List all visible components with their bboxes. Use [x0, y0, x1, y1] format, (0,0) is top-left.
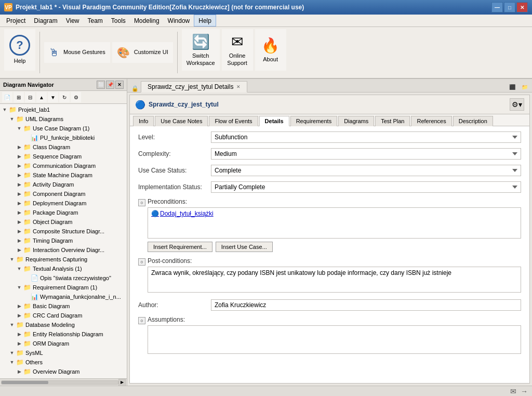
tab-top-details[interactable]: Sprawdz_czy_jest_tytul Details ✕: [141, 81, 247, 93]
tree-toggle-orm[interactable]: ▶: [16, 340, 23, 347]
sidebar-restore-btn[interactable]: ⬜: [97, 81, 105, 89]
level-select[interactable]: Subfunction Primary Secondary Support: [211, 131, 521, 143]
tree-item-orm[interactable]: ▶ 📁 ORM Diagram: [0, 339, 127, 348]
tree-toggle-basic[interactable]: ▶: [16, 302, 23, 310]
tree-item-requirements[interactable]: ▼ 📁 Requirements Capturing: [0, 255, 127, 264]
sidebar-expand-btn[interactable]: ⊞: [14, 92, 24, 102]
tree-toggle-textual[interactable]: ▼: [16, 265, 23, 272]
tree-item-component[interactable]: ▶ 📁 Component Diagram: [0, 189, 127, 199]
impl-status-select[interactable]: Partially Complete Complete Not Started: [211, 181, 521, 193]
precondition-link[interactable]: 🔵 Dodaj_tytuł_książki: [151, 210, 517, 217]
sidebar-pin-btn[interactable]: 📌: [106, 81, 114, 89]
tab-flow-of-events[interactable]: Flow of Events: [209, 116, 258, 126]
tab-test-plan[interactable]: Test Plan: [375, 116, 410, 126]
tree-item-class[interactable]: ▶ 📁 Class Diagram: [0, 142, 127, 152]
tree-toggle-sysml[interactable]: ▼: [8, 349, 16, 357]
minimize-button[interactable]: —: [491, 2, 503, 12]
sidebar-collapse-btn[interactable]: ⊟: [25, 92, 35, 102]
tree-item-entity[interactable]: ▶ 📁 Entity Relationship Diagram: [0, 329, 127, 339]
tree-item-pu[interactable]: 📊 PU_funkcje_biblioteki: [0, 133, 127, 142]
tree-item-overview[interactable]: ▶ 📁 Overview Diagram: [0, 367, 127, 376]
complexity-select[interactable]: Medium Low High: [211, 148, 521, 160]
tree-toggle-package[interactable]: ▶: [16, 209, 23, 216]
tree-toggle-reqdiagram[interactable]: ▼: [16, 284, 23, 291]
sidebar-scrollbar[interactable]: ▶: [0, 378, 127, 386]
close-button[interactable]: ✕: [516, 2, 528, 12]
tree-toggle-composite[interactable]: ▶: [16, 228, 23, 235]
tree-item-object[interactable]: ▶ 📁 Object Diagram: [0, 217, 127, 227]
insert-use-case-button[interactable]: Insert Use Case...: [216, 242, 273, 252]
tree-toggle-statemachine[interactable]: ▶: [16, 171, 23, 179]
sidebar-down-btn[interactable]: ▼: [48, 92, 58, 102]
tree-item-deployment[interactable]: ▶ 📁 Deployment Diagram: [0, 199, 127, 208]
tree-item-communication[interactable]: ▶ 📁 Communication Diagram: [0, 161, 127, 170]
menu-modeling[interactable]: Modeling: [130, 15, 164, 27]
tree-item-composite[interactable]: ▶ 📁 Composite Structure Diagr...: [0, 227, 127, 236]
tree-toggle-activity[interactable]: ▶: [16, 181, 23, 188]
status-arrow-icon[interactable]: →: [521, 387, 528, 395]
tab-diagrams[interactable]: Diagrams: [338, 116, 374, 126]
tree-item-package[interactable]: ▶ 📁 Package Diagram: [0, 208, 127, 217]
tree-toggle-deployment[interactable]: ▶: [16, 200, 23, 207]
menu-team[interactable]: Team: [84, 15, 107, 27]
tree-item-basic[interactable]: ▶ 📁 Basic Diagram: [0, 301, 127, 311]
customize-ui-button[interactable]: 🎨 Customize UI: [112, 42, 173, 63]
menu-help[interactable]: Help: [194, 15, 216, 27]
tree-toggle-crc[interactable]: ▶: [16, 312, 23, 319]
tab-references[interactable]: References: [411, 116, 451, 126]
tree-toggle-communication[interactable]: ▶: [16, 162, 23, 169]
menu-diagram[interactable]: Diagram: [30, 15, 61, 27]
mouse-gestures-button[interactable]: 🖱 Mouse Gestures: [44, 42, 110, 63]
tree-item-crc[interactable]: ▶ 📁 CRC Card Diagram: [0, 311, 127, 320]
tree-item-others[interactable]: ▼ 📁 Others: [0, 358, 127, 367]
panel-gear-button[interactable]: ⚙▾: [510, 98, 524, 111]
tab-info[interactable]: Info: [133, 116, 154, 126]
tree-toggle-others[interactable]: ▼: [8, 359, 16, 366]
tree-toggle-projekt[interactable]: ▼: [1, 106, 8, 113]
tree-item-uml[interactable]: ▼ 📁 UML Diagrams: [0, 114, 127, 124]
tree-item-timing[interactable]: ▶ 📁 Timing Diagram: [0, 236, 127, 245]
tree-item-sequence[interactable]: ▶ 📁 Sequence Diagram: [0, 152, 127, 161]
tab-requirements[interactable]: Requirements: [290, 116, 337, 126]
sidebar-settings-btn[interactable]: ⚙: [71, 92, 81, 102]
tree-item-sysml[interactable]: ▼ 📁 SysML: [0, 348, 127, 358]
menu-tools[interactable]: Tools: [107, 15, 130, 27]
tree-item-projekt[interactable]: ▼ 📁 Projekt_lab1: [0, 105, 127, 114]
tree-item-usecase[interactable]: ▼ 📁 Use Case Diagram (1): [0, 124, 127, 133]
tree-item-reqdiagram[interactable]: ▼ 📁 Requirement Diagram (1): [0, 283, 127, 292]
about-button[interactable]: 🔥 About: [255, 29, 286, 71]
tree-toggle-component[interactable]: ▶: [16, 190, 23, 197]
tree-item-opis[interactable]: 📄 Opis "świata rzeczywistego": [0, 273, 127, 283]
tree-item-activity[interactable]: ▶ 📁 Activity Diagram: [0, 180, 127, 189]
menu-project[interactable]: Project: [2, 15, 30, 27]
postconditions-toggle[interactable]: ○: [138, 258, 145, 266]
tree-toggle-usecase[interactable]: ▼: [16, 125, 23, 132]
tree-item-textual[interactable]: ▼ 📁 Textual Analysis (1): [0, 264, 127, 273]
menu-window[interactable]: Window: [164, 15, 194, 27]
tree-toggle-interaction[interactable]: ▶: [16, 246, 23, 254]
usecase-status-select[interactable]: Complete Incomplete Validated: [211, 165, 521, 176]
tree-toggle-entity[interactable]: ▶: [16, 331, 23, 338]
menu-view[interactable]: View: [62, 15, 84, 27]
tab-description[interactable]: Description: [453, 116, 493, 126]
assumptions-toggle[interactable]: ○: [138, 317, 145, 324]
tab-folder-btn[interactable]: 📁: [520, 82, 530, 92]
switch-workspace-button[interactable]: 🔄 Switch Workspace: [182, 29, 220, 71]
sidebar-up-btn[interactable]: ▲: [36, 92, 47, 102]
tree-toggle-sequence[interactable]: ▶: [16, 153, 23, 160]
help-button[interactable]: ? Help: [4, 29, 35, 71]
online-support-button[interactable]: ✉ Online Support: [222, 29, 253, 71]
tree-toggle-class[interactable]: ▶: [16, 143, 23, 151]
sidebar-new-btn[interactable]: 📄: [2, 92, 12, 102]
tree-item-wymagania[interactable]: 📊 Wymagania_funkcjonalne_i_n...: [0, 292, 127, 301]
tree-toggle-uml[interactable]: ▼: [8, 115, 16, 123]
tab-details[interactable]: Details: [259, 116, 289, 126]
tree-toggle-object[interactable]: ▶: [16, 218, 23, 226]
status-email-icon[interactable]: ✉: [510, 387, 516, 395]
tree-toggle-timing[interactable]: ▶: [16, 237, 23, 244]
tree-item-database[interactable]: ▼ 📁 Database Modeling: [0, 320, 127, 329]
tab-use-case-notes[interactable]: Use Case Notes: [155, 116, 208, 126]
maximize-button[interactable]: □: [504, 2, 515, 12]
preconditions-toggle[interactable]: ○: [138, 199, 145, 206]
postconditions-textarea[interactable]: Zwraca wynik, określający, czy podany IS…: [148, 267, 521, 293]
